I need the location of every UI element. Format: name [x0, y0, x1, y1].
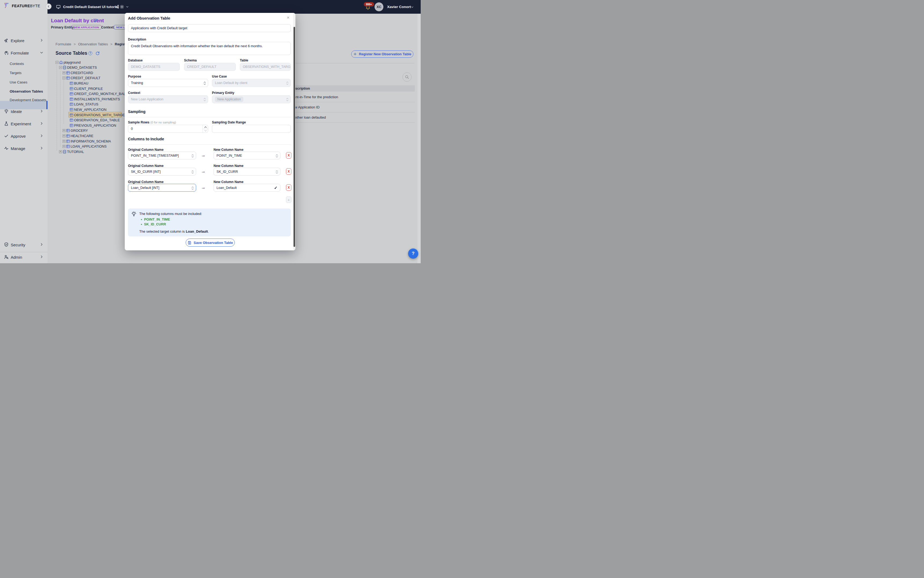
- chevR-icon: [40, 38, 44, 42]
- sidebar-item-security[interactable]: Security: [0, 241, 47, 248]
- sidebar-item-explore[interactable]: Explore: [0, 37, 47, 44]
- chevs-icon: [191, 154, 194, 158]
- page-scrollbar-gutter[interactable]: [417, 14, 421, 263]
- sidebar-item-experiment[interactable]: Experiment: [0, 120, 47, 127]
- purpose-select[interactable]: Training: [128, 79, 208, 87]
- sidebar-item-label: Observation Tables: [10, 89, 43, 93]
- remove-column-button[interactable]: X: [286, 168, 291, 175]
- purpose-label: Purpose: [128, 75, 141, 78]
- share-icon[interactable]: [115, 5, 119, 9]
- table-icon: [70, 97, 73, 101]
- sidebar-item-targets[interactable]: Targets: [0, 70, 47, 76]
- sidebar-item-formulate[interactable]: Formulate: [0, 49, 47, 56]
- refresh-icon[interactable]: [95, 51, 100, 55]
- table-icon: [70, 113, 73, 117]
- table-icon: [70, 118, 73, 122]
- usersearch-icon: [4, 255, 8, 259]
- sidebar-item-manage[interactable]: Manage: [0, 145, 47, 152]
- stepper-up-icon: [204, 126, 207, 128]
- workspace-chevron-down-icon[interactable]: [126, 5, 129, 8]
- stepper-down-icon: [204, 130, 207, 132]
- new-column-select[interactable]: Loan_Default✓: [214, 184, 280, 192]
- sidebar-item-development-datasets[interactable]: Development Datasets: [0, 97, 47, 103]
- table-icon: [66, 71, 70, 75]
- name-input[interactable]: Applications with Credit Default target: [128, 24, 291, 32]
- description-textarea[interactable]: Credit Default Observations with informa…: [128, 42, 291, 55]
- sample-rows-input[interactable]: 0: [128, 125, 208, 133]
- tree-expander-minus[interactable]: −: [59, 66, 62, 69]
- table-icon: [66, 128, 70, 133]
- tree-item-label: OBSERVATION_EDA_TABLE: [74, 118, 120, 122]
- tree-item-label: TUTORIAL: [67, 150, 84, 154]
- tree-expander-plus[interactable]: +: [63, 129, 65, 132]
- add-column-button[interactable]: +: [286, 196, 291, 203]
- required-column-sk-id-curr: SK_ID_CURR: [144, 222, 166, 226]
- tree-expander-minus[interactable]: −: [55, 61, 58, 64]
- sidebar-item-use-cases[interactable]: Use Cases: [0, 79, 47, 85]
- primary-entity-badge[interactable]: NEW APPLICATION: [71, 25, 102, 29]
- plus-icon: [353, 52, 357, 56]
- table-icon: [66, 139, 70, 143]
- help-icon[interactable]: ?: [88, 51, 92, 55]
- original-column-select[interactable]: SK_ID_CURR [INT]: [128, 168, 196, 175]
- pulse-icon: [4, 146, 8, 151]
- sidebar-item-ideate[interactable]: Ideate: [0, 108, 47, 115]
- avatar[interactable]: XC: [374, 2, 383, 11]
- save-observation-table-button[interactable]: Save Observation Table: [186, 239, 235, 247]
- help-fab-button[interactable]: ?: [408, 248, 418, 259]
- tree-expander-plus[interactable]: +: [59, 150, 62, 153]
- modal-scrollbar-thumb[interactable]: [293, 27, 295, 247]
- sidebar-item-approve[interactable]: Approve: [0, 133, 47, 140]
- remove-column-button[interactable]: X: [286, 184, 291, 191]
- register-new-observation-table-button[interactable]: Register New Observation Table: [351, 50, 413, 58]
- edit-title-icon[interactable]: [94, 18, 98, 23]
- tree-item-label: GROCERY: [71, 128, 88, 133]
- gear-icon[interactable]: [120, 5, 124, 9]
- tree-item-label: INSTALLMENTS_PAYMENTS: [74, 97, 120, 101]
- schema-label: Schema: [184, 58, 197, 62]
- close-icon[interactable]: ×: [287, 15, 290, 20]
- new-column-select[interactable]: POINT_IN_TIME: [214, 152, 280, 159]
- sidebar-item-admin[interactable]: Admin: [0, 253, 47, 261]
- section-divider: [128, 117, 291, 117]
- chevR-icon: [40, 134, 44, 138]
- original-column-select[interactable]: Loan_Default [INT]: [128, 184, 196, 192]
- remove-column-button[interactable]: X: [286, 152, 291, 159]
- breadcrumb-separator: >: [74, 42, 76, 46]
- tree-expander-plus[interactable]: +: [63, 71, 65, 74]
- tree-item-label: LOAN_APPLICATIONS: [71, 144, 107, 148]
- lightbulb-icon: [4, 109, 8, 114]
- sampling-date-range-input[interactable]: [212, 125, 291, 133]
- tree-item-label: OBSERVATIONS_WITH_TARGET: [74, 113, 127, 117]
- brand-wordmark: FEATUREBYTE: [12, 4, 40, 8]
- user-chevron-down-icon[interactable]: [410, 5, 414, 9]
- sample-rows-stepper[interactable]: [203, 125, 208, 133]
- original-column-select[interactable]: POINT_IN_TIME [TIMESTAMP]: [128, 152, 196, 159]
- primary-entity-select-label: Primary Entity: [212, 91, 234, 95]
- chevR-icon: [40, 255, 44, 259]
- search-button[interactable]: [402, 73, 412, 81]
- sidebar-item-contexts[interactable]: Contexts: [0, 61, 47, 67]
- sidebar-item-label: Explore: [11, 38, 24, 43]
- table-icon: [70, 81, 73, 85]
- tree-expander-minus[interactable]: −: [63, 76, 65, 80]
- new-column-select[interactable]: SK_ID_CURR: [214, 168, 280, 175]
- collapse-sidebar-button[interactable]: [45, 3, 52, 10]
- modal-title: Add Observation Table: [128, 16, 170, 20]
- tree-expander-plus[interactable]: +: [63, 135, 65, 137]
- original-column-name-label: Original Column Name: [128, 180, 164, 184]
- tree-item-label: PREVIOUS_APPLICATION: [74, 123, 116, 127]
- tree-expander-plus[interactable]: +: [63, 145, 65, 148]
- featurebyte-logo-icon: [4, 3, 10, 9]
- tree-item-label: INFORMATION_SCHEMA: [71, 139, 111, 143]
- select-chevrons-icon: [286, 98, 289, 101]
- tree-item-label: CLIENT_PROFILE: [74, 87, 103, 91]
- sidebar-item-label: Approve: [11, 134, 26, 138]
- breadcrumb-item[interactable]: Observation Tables: [78, 42, 108, 46]
- sidebar-item-observation-tables[interactable]: Observation Tables: [0, 88, 47, 94]
- brand-logo[interactable]: FEATUREBYTE: [4, 3, 40, 9]
- tree-expander-plus[interactable]: +: [63, 140, 65, 143]
- breadcrumb-item[interactable]: Formulate: [55, 42, 71, 46]
- select-chevrons-icon: [203, 98, 206, 101]
- database-input: DEMO_DATASETS: [128, 63, 180, 71]
